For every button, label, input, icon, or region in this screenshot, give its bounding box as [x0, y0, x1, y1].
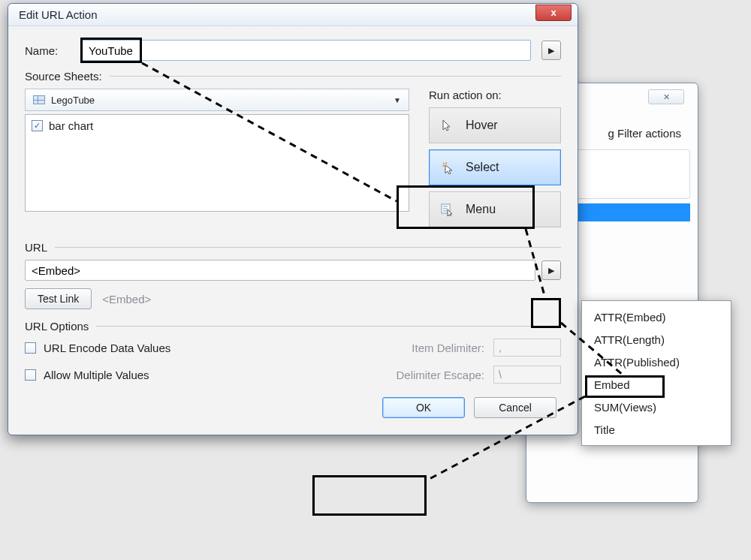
menu-item-attr-published[interactable]: ATTR(Published)	[582, 351, 731, 373]
test-link-button[interactable]: Test Link	[25, 288, 92, 309]
cursor-icon	[440, 118, 455, 133]
close-button[interactable]: x	[535, 5, 572, 21]
cursor-click-icon	[440, 160, 455, 175]
background-filter-actions-label: g Filter actions	[608, 127, 681, 140]
menu-item-attr-embed[interactable]: ATTR(Embed)	[582, 306, 731, 328]
caret-down-icon: ▼	[394, 96, 401, 104]
ok-label: OK	[416, 402, 431, 414]
run-select-label: Select	[466, 161, 499, 174]
run-menu-label: Menu	[466, 203, 496, 216]
run-select-button[interactable]: Select	[429, 149, 561, 185]
divider	[96, 326, 561, 327]
list-item[interactable]: ✓ bar chart	[32, 119, 403, 132]
run-menu-button[interactable]: Menu	[429, 191, 561, 227]
divider	[55, 247, 561, 248]
menu-item-attr-length[interactable]: ATTR(Length)	[582, 328, 731, 351]
source-sheet-value: LegoTube	[51, 95, 95, 106]
url-input[interactable]	[25, 260, 535, 281]
source-sheet-list[interactable]: ✓ bar chart	[25, 114, 409, 212]
titlebar[interactable]: Edit URL Action x	[8, 4, 578, 26]
highlight-ok-button	[312, 475, 427, 516]
play-icon: ▶	[548, 46, 554, 56]
run-hover-label: Hover	[466, 119, 498, 132]
cancel-label: Cancel	[499, 402, 532, 414]
item-delimiter-label: Item Delimiter:	[366, 342, 493, 354]
allow-multiple-label: Allow Multiple Values	[44, 369, 149, 381]
url-section-label: URL	[25, 241, 47, 254]
source-sheet-dropdown[interactable]: LegoTube ▼	[25, 89, 409, 111]
name-field-picker-button[interactable]: ▶	[541, 41, 561, 60]
url-encode-label: URL Encode Data Values	[44, 342, 170, 354]
run-action-on-label: Run action on:	[429, 89, 561, 101]
menu-item-title[interactable]: Title	[582, 418, 731, 441]
delimiter-escape-input	[493, 366, 561, 384]
source-sheets-label: Source Sheets:	[25, 70, 102, 83]
name-input[interactable]	[82, 40, 531, 61]
menu-icon	[440, 202, 455, 217]
delimiter-escape-label: Delimiter Escape:	[366, 369, 493, 381]
dialog-title: Edit URL Action	[19, 8, 98, 21]
checkbox-checked-icon[interactable]: ✓	[32, 120, 43, 131]
url-field-menu[interactable]: ATTR(Embed) ATTR(Length) ATTR(Published)…	[581, 300, 731, 446]
url-encode-checkbox[interactable]: ✓	[25, 342, 36, 354]
item-delimiter-input	[493, 339, 561, 357]
url-field-picker-button[interactable]: ▶	[541, 260, 561, 280]
edit-url-action-dialog: Edit URL Action x Name: ▶ Source Sheets:…	[8, 3, 578, 435]
background-close-button[interactable]: ✕	[648, 89, 684, 104]
play-icon: ▶	[548, 266, 554, 275]
divider	[110, 76, 561, 77]
name-label: Name:	[25, 44, 71, 57]
menu-item-embed[interactable]: Embed	[582, 373, 731, 396]
ok-button[interactable]: OK	[382, 397, 465, 418]
test-link-preview: <Embed>	[102, 293, 151, 306]
url-options-label: URL Options	[25, 320, 89, 333]
cancel-button[interactable]: Cancel	[474, 397, 556, 418]
menu-item-sum-views[interactable]: SUM(Views)	[582, 396, 731, 418]
test-link-label: Test Link	[38, 293, 79, 305]
list-item-label: bar chart	[49, 119, 93, 132]
run-hover-button[interactable]: Hover	[429, 107, 561, 143]
sheet-icon	[33, 95, 45, 104]
allow-multiple-checkbox[interactable]: ✓	[25, 369, 36, 381]
